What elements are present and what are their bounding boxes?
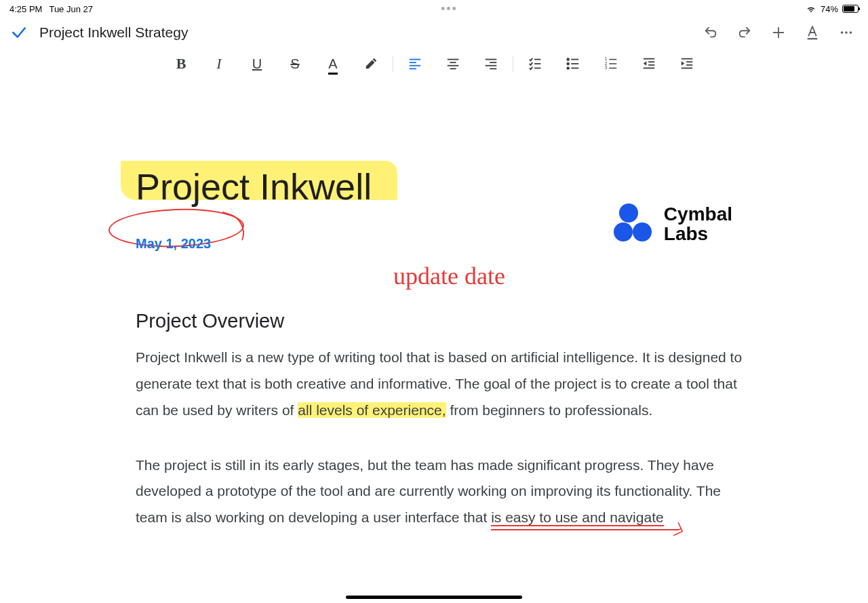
align-right-button[interactable] (472, 52, 510, 76)
svg-point-1 (841, 31, 844, 34)
increase-indent-button[interactable] (668, 52, 706, 76)
text-color-button[interactable]: A (314, 52, 352, 76)
svg-point-3 (850, 31, 852, 34)
undo-icon[interactable] (703, 24, 719, 41)
strikethrough-button[interactable]: S (276, 52, 314, 76)
format-toolbar: B I U S A 123 (0, 46, 868, 84)
svg-point-21 (567, 63, 569, 65)
document-page[interactable]: Project Inkwell May 1, 2023 update date … (0, 84, 868, 531)
doc-h1[interactable]: Project Inkwell (136, 166, 372, 207)
highlight-color-button[interactable] (352, 52, 390, 76)
para1-text-b: from beginners to professionals. (446, 402, 653, 418)
wifi-icon (806, 5, 816, 13)
bulleted-list-button[interactable] (554, 52, 592, 76)
numbered-list-button[interactable]: 123 (592, 52, 630, 76)
battery-percent: 74% (821, 4, 838, 14)
svg-point-23 (567, 67, 569, 69)
annotation-update-date: update date (393, 262, 505, 290)
svg-text:3: 3 (605, 65, 608, 70)
section-heading[interactable]: Project Overview (136, 310, 746, 332)
para2-annotation-underline: is easy to use and navigate (491, 509, 664, 526)
doc-date[interactable]: May 1, 2023 (136, 236, 211, 252)
paragraph-2[interactable]: The project is still in its early stages… (136, 452, 746, 532)
para1-highlight: all levels of experience, (298, 402, 446, 418)
decrease-indent-button[interactable] (630, 52, 668, 76)
status-date: Tue Jun 27 (49, 4, 93, 14)
done-check-icon[interactable] (9, 23, 28, 42)
status-bar: 4:25 PM Tue Jun 27 ••• 74% (0, 0, 868, 16)
paragraph-1[interactable]: Project Inkwell is a new type of writing… (136, 345, 746, 424)
italic-button[interactable]: I (200, 52, 238, 76)
document-title[interactable]: Project Inkwell Strategy (39, 24, 692, 41)
text-format-icon[interactable] (804, 24, 821, 41)
svg-point-2 (845, 31, 848, 34)
add-icon[interactable] (770, 24, 787, 41)
more-icon[interactable] (838, 24, 854, 41)
multitask-dots-icon[interactable]: ••• (441, 6, 458, 12)
align-left-button[interactable] (396, 52, 434, 76)
battery-icon (842, 5, 859, 13)
svg-point-19 (567, 58, 569, 60)
status-time: 4:25 PM (9, 4, 42, 14)
home-indicator[interactable] (346, 596, 522, 599)
underline-button[interactable]: U (238, 52, 276, 76)
checklist-button[interactable] (516, 52, 554, 76)
redo-icon[interactable] (736, 24, 753, 41)
doc-header: Project Inkwell Strategy (0, 16, 868, 46)
bold-button[interactable]: B (162, 52, 200, 76)
align-center-button[interactable] (434, 52, 472, 76)
